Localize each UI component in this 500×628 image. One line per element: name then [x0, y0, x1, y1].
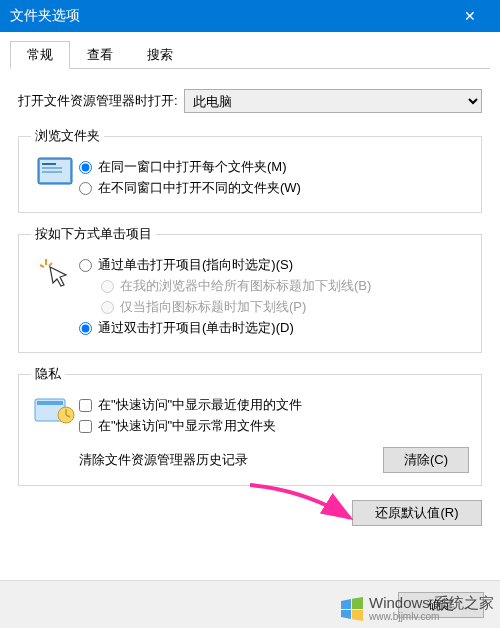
- browse-folders-group: 浏览文件夹 在同一窗口中打开每个文件夹(M) 在不同窗口中打开不: [18, 127, 482, 213]
- tab-search[interactable]: 搜索: [130, 41, 190, 69]
- svg-line-7: [49, 263, 52, 266]
- tab-content: 打开文件资源管理器时打开: 此电脑 浏览文件夹 在同一窗口中打开每个文件夹(M): [0, 69, 500, 540]
- double-click-option[interactable]: 通过双击打开项目(单击时选定)(D): [79, 319, 469, 337]
- underline-hover-radio: [101, 301, 114, 314]
- titlebar: 文件夹选项 ✕: [0, 0, 500, 32]
- watermark-brand: Windows: [369, 594, 430, 611]
- show-recent-checkbox-row[interactable]: 在"快速访问"中显示最近使用的文件: [79, 396, 469, 414]
- browse-same-window-option[interactable]: 在同一窗口中打开每个文件夹(M): [79, 158, 469, 176]
- watermark-sub: 系统之家: [434, 594, 494, 611]
- underline-all-radio: [101, 280, 114, 293]
- window-title: 文件夹选项: [10, 7, 450, 25]
- click-behaviour-group: 按如下方式单击项目 通过单击打开项目(指向时选定)(S): [18, 225, 482, 353]
- browse-new-radio[interactable]: [79, 182, 92, 195]
- open-with-select[interactable]: 此电脑: [184, 89, 482, 113]
- close-icon[interactable]: ✕: [450, 8, 490, 24]
- tab-general[interactable]: 常规: [10, 41, 70, 69]
- watermark-url: www.bjjmlv.com: [369, 611, 494, 622]
- privacy-icon: [31, 393, 79, 425]
- tab-view[interactable]: 查看: [70, 41, 130, 69]
- show-recent-checkbox[interactable]: [79, 399, 92, 412]
- single-click-radio[interactable]: [79, 259, 92, 272]
- underline-hover-option: 仅当指向图标标题时加下划线(P): [101, 298, 469, 316]
- single-click-option[interactable]: 通过单击打开项目(指向时选定)(S): [79, 256, 469, 274]
- double-click-radio[interactable]: [79, 322, 92, 335]
- restore-defaults-button[interactable]: 还原默认值(R): [352, 500, 482, 526]
- open-with-row: 打开文件资源管理器时打开: 此电脑: [18, 89, 482, 113]
- svg-rect-2: [42, 163, 56, 165]
- click-icon: [31, 253, 79, 289]
- svg-rect-4: [42, 171, 62, 173]
- click-behaviour-legend: 按如下方式单击项目: [31, 225, 156, 243]
- browse-same-radio[interactable]: [79, 161, 92, 174]
- browse-folders-legend: 浏览文件夹: [31, 127, 104, 145]
- svg-line-6: [40, 265, 44, 267]
- clear-button[interactable]: 清除(C): [383, 447, 469, 473]
- privacy-legend: 隐私: [31, 365, 65, 383]
- browse-folders-icon: [31, 155, 79, 185]
- browse-new-window-option[interactable]: 在不同窗口中打开不同的文件夹(W): [79, 179, 469, 197]
- windows-logo-icon: [339, 595, 365, 621]
- svg-rect-9: [37, 401, 63, 405]
- clear-history-label: 清除文件资源管理器历史记录: [79, 451, 383, 469]
- show-frequent-checkbox[interactable]: [79, 420, 92, 433]
- underline-all-option: 在我的浏览器中给所有图标标题加下划线(B): [101, 277, 469, 295]
- svg-rect-3: [42, 167, 62, 169]
- privacy-group: 隐私 在"快速访问"中显示最近使用的文件 在"快速访问"中显示常: [18, 365, 482, 486]
- watermark: Windows 系统之家 www.bjjmlv.com: [339, 594, 494, 622]
- show-frequent-checkbox-row[interactable]: 在"快速访问"中显示常用文件夹: [79, 417, 469, 435]
- tab-strip: 常规 查看 搜索: [10, 40, 490, 69]
- open-with-label: 打开文件资源管理器时打开:: [18, 92, 178, 110]
